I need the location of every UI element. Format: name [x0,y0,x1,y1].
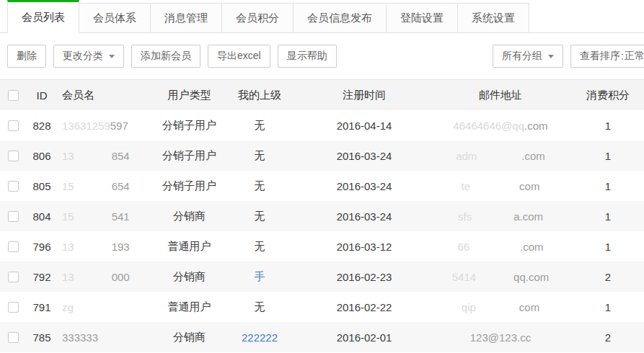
upline: 无 [220,240,299,254]
tab-member-list[interactable]: 会员列表 [7,0,79,33]
upline: 无 [220,149,299,163]
member-id: 792 [26,271,58,283]
email: 123@123.cc [429,331,572,344]
email: qipcom [429,301,572,313]
add-member-label: 添加新会员 [141,50,191,63]
upline: 无 [220,179,299,193]
row-checkbox-cell [0,241,26,252]
user-type: 分销子用户 [159,179,220,193]
row-checkbox[interactable] [8,332,19,343]
upline: 手 [220,270,299,284]
change-category-button[interactable]: 更改分类 [53,45,124,68]
text-segment: .com [524,120,548,132]
points: 1 [572,241,644,253]
upline: 无 [220,210,299,223]
text-segment: 333333 [62,331,98,344]
upline: 无 [220,119,299,133]
member-name: 333333 [58,331,159,344]
redacted-gap [74,220,112,220]
text-segment: 541 [112,210,130,223]
user-type: 分销子用户 [159,119,220,133]
sort-order-button[interactable]: 查看排序:正常排序 [570,45,644,68]
text-segment: 13 [62,241,74,253]
points: 2 [572,331,644,344]
upline: 无 [220,300,299,314]
text-segment: 654 [112,180,130,192]
redacted-gap [74,280,112,281]
user-type: 普通用户 [159,240,220,254]
points: 2 [572,271,644,283]
tab-message-management[interactable]: 消息管理 [151,3,222,33]
text-segment: 854 [112,150,130,162]
member-name: 15654 [58,180,159,192]
header-email: 邮件地址 [429,89,572,102]
header-user-type: 用户类型 [159,89,220,102]
row-checkbox[interactable] [8,211,19,222]
text-segment: qip [462,301,476,313]
upline-value[interactable]: 手 [255,270,265,282]
tab-system-settings[interactable]: 系统设置 [458,3,529,33]
select-all-checkbox[interactable] [8,90,19,101]
upline-value: 无 [255,179,265,192]
member-name: 15541 [58,210,159,223]
export-excel-button[interactable]: 导出excel [208,45,270,68]
member-id: 796 [26,241,58,253]
member-name: 13000 [58,271,159,283]
text-segment: te [462,180,471,192]
caret-down-icon [548,55,554,58]
redacted-gap [74,250,112,251]
text-segment: 193 [112,241,130,253]
show-help-button[interactable]: 显示帮助 [278,45,337,68]
row-checkbox[interactable] [8,272,19,282]
text-segment: 13 [62,150,74,162]
row-checkbox[interactable] [8,151,19,161]
add-member-button[interactable]: 添加新会员 [131,45,200,68]
user-type: 分销商 [159,331,220,344]
user-type: 分销商 [159,270,220,284]
register-date: 2016-03-24 [299,150,429,162]
upline-value: 无 [255,119,265,131]
email: 46464646@qq.com [429,120,572,132]
tab-member-points[interactable]: 会员积分 [222,3,294,33]
row-checkbox-cell [0,181,26,192]
text-segment: qq.com [513,271,549,283]
header-checkbox-cell [0,90,26,101]
header-points: 消费积分 [572,89,644,102]
row-checkbox[interactable] [8,302,19,313]
header-member-id: ID [26,89,58,102]
tab-member-system[interactable]: 会员体系 [79,3,151,33]
member-name: 13631259597 [58,120,159,132]
table-row: 80415541分销商无2016-03-24sfsa.com1 [0,201,644,231]
redacted-gap [470,189,519,190]
tab-member-info-publish[interactable]: 会员信息发布 [294,3,387,33]
header-register-date: 注册时间 [299,89,429,102]
row-checkbox-cell [0,332,26,343]
export-excel-label: 导出excel [217,50,261,63]
text-segment: a.com [513,210,543,223]
row-checkbox[interactable] [8,241,19,252]
upline-value: 无 [255,240,265,252]
tab-label: 会员积分 [236,12,279,25]
delete-label: 删除 [17,50,37,63]
tab-login-settings[interactable]: 登陆设置 [387,3,458,33]
delete-button[interactable]: 删除 [7,45,46,68]
text-segment: 66 [457,241,469,253]
row-checkbox-cell [0,120,26,131]
text-segment: zg [62,301,74,313]
text-segment: 15 [62,180,74,192]
text-segment: .com [521,150,545,162]
upline-value[interactable]: 222222 [242,331,278,344]
tab-label: 系统设置 [472,12,515,25]
text-segment: 000 [112,271,130,283]
all-groups-button[interactable]: 所有分组 [493,45,563,68]
email: adm.com [429,150,572,162]
row-checkbox[interactable] [8,181,19,192]
row-checkbox[interactable] [8,120,19,131]
toolbar-right: 所有分组查看排序:正常排序 [493,45,644,68]
text-segment: 597 [110,120,128,132]
text-segment: 123@123.cc [470,331,531,344]
change-category-label: 更改分类 [63,50,103,63]
text-segment: 15 [62,210,74,223]
register-date: 2016-03-24 [299,180,429,192]
upline-value: 无 [255,210,265,222]
